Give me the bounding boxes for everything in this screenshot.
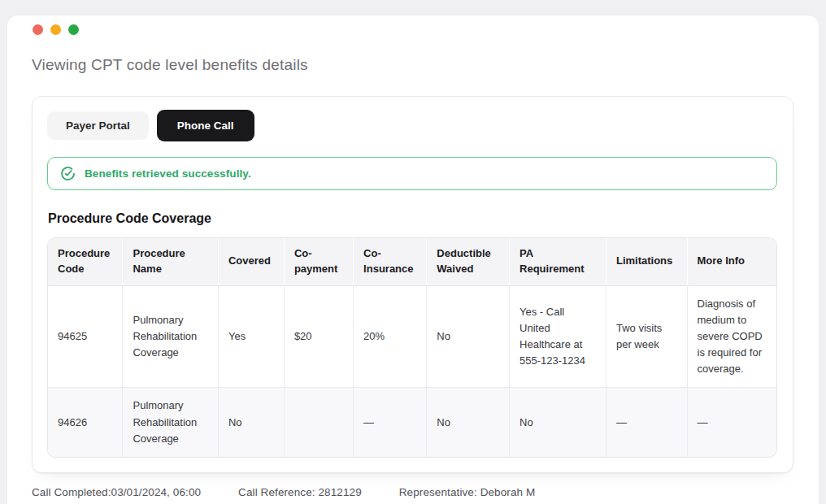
close-window-icon[interactable] (33, 24, 43, 35)
table-cell: 94626 (48, 388, 123, 457)
table-cell: No (427, 285, 510, 388)
column-header: More Info (687, 238, 776, 285)
table-cell: $20 (284, 285, 353, 388)
column-header: PA Requirement (510, 238, 606, 285)
table-cell: — (354, 388, 427, 457)
coverage-table: Procedure CodeProcedure NameCoveredCo-pa… (48, 238, 776, 457)
minimize-window-icon[interactable] (50, 24, 61, 35)
column-header: Procedure Name (123, 238, 218, 285)
window-controls (7, 15, 819, 35)
coverage-table-wrapper: Procedure CodeProcedure NameCoveredCo-pa… (47, 237, 777, 458)
table-cell: Yes (218, 285, 284, 388)
call-completed-label: Call Completed:03/01/2024, 06:00 (32, 486, 201, 498)
call-summary-footer: Call Completed:03/01/2024, 06:00 Call Re… (32, 486, 819, 498)
table-cell: No (510, 388, 606, 457)
table-cell: Two visits per week (606, 285, 687, 388)
tab-phone-call[interactable]: Phone Call (157, 110, 254, 141)
section-title: Procedure Code Coverage (48, 211, 777, 226)
representative-label: Representative: Deborah M (399, 486, 536, 498)
benefits-card: Payer Portal Phone Call Benefits retriev… (32, 96, 793, 473)
column-header: Covered (218, 238, 284, 285)
table-cell: Diagnosis of medium to severe COPD is re… (687, 285, 776, 388)
table-cell: Pulmonary Rehabilitation Coverage (123, 388, 218, 457)
table-cell (284, 388, 353, 457)
table-cell: 94625 (48, 285, 123, 388)
column-header: Co-payment (284, 238, 353, 285)
maximize-window-icon[interactable] (68, 24, 79, 35)
page-title: Viewing CPT code level benefits details (32, 56, 819, 74)
success-banner: Benefits retrieved successfully. (47, 157, 777, 190)
table-cell: No (218, 388, 284, 457)
column-header: Procedure Code (48, 238, 123, 285)
table-cell: Pulmonary Rehabilitation Coverage (123, 285, 218, 388)
table-cell: — (687, 388, 776, 457)
table-cell: Yes - Call United Healthcare at 555-123-… (510, 285, 606, 388)
column-header: Limitations (606, 238, 687, 285)
tab-payer-portal[interactable]: Payer Portal (47, 111, 149, 140)
column-header: Deductible Waived (427, 238, 510, 285)
success-message: Benefits retrieved successfully. (85, 167, 251, 180)
call-reference-label: Call Reference: 2812129 (238, 486, 362, 498)
app-window: Viewing CPT code level benefits details … (7, 15, 819, 504)
table-row: 94626Pulmonary Rehabilitation CoverageNo… (48, 388, 776, 457)
table-header-row: Procedure CodeProcedure NameCoveredCo-pa… (48, 238, 776, 285)
table-cell: — (606, 388, 687, 457)
source-tabs: Payer Portal Phone Call (47, 110, 777, 141)
table-row: 94625Pulmonary Rehabilitation CoverageYe… (48, 285, 776, 388)
column-header: Co-Insurance (354, 238, 427, 285)
check-circle-icon (60, 166, 76, 181)
table-cell: No (427, 388, 510, 457)
table-cell: 20% (354, 285, 427, 388)
